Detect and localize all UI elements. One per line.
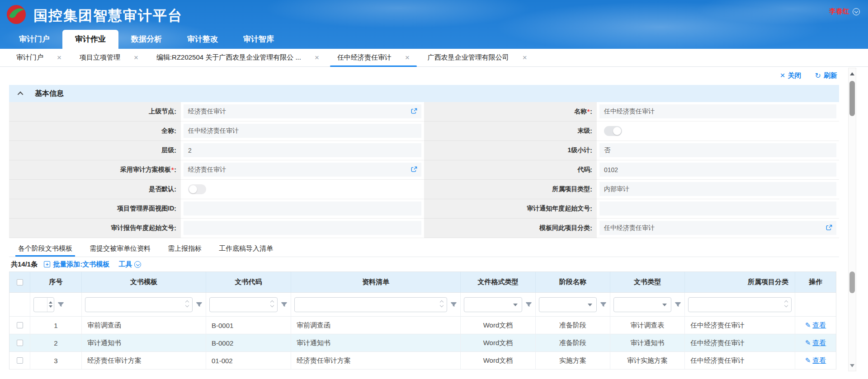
chevron-down-icon xyxy=(853,8,860,15)
page-tab-incumbent-audit[interactable]: 任中经济责任审计 xyxy=(328,49,419,66)
field-label-code: 代码 xyxy=(424,160,597,180)
external-link-icon[interactable] xyxy=(411,108,417,114)
column-header-doc-code[interactable]: 文书代码 xyxy=(206,272,291,293)
column-header-doc-type[interactable]: 文书类型 xyxy=(610,272,685,293)
field-value-input[interactable]: 2 xyxy=(184,143,421,157)
tab-close-icon[interactable] xyxy=(57,54,61,61)
table-row[interactable]: 3 经济责任审计方案 01-002 经济责任审计方案 Word文档 实施方案 审… xyxy=(9,352,836,370)
external-link-icon[interactable] xyxy=(411,166,417,173)
filter-funnel-icon[interactable] xyxy=(57,301,64,308)
external-link-icon[interactable] xyxy=(826,225,832,231)
seq-filter-input[interactable] xyxy=(33,297,54,312)
detail-tabs: 各个阶段文书模板 需提交被审单位资料 需上报指标 工作底稿导入清单 xyxy=(9,241,839,257)
default-toggle[interactable] xyxy=(188,184,206,194)
tab-close-icon[interactable] xyxy=(405,54,410,61)
row-checkbox[interactable] xyxy=(17,340,23,346)
tab-label: 审计门户 xyxy=(16,53,43,62)
field-value-input[interactable]: 任中经济责任审计 xyxy=(184,124,421,138)
column-header-material-list[interactable]: 资料清单 xyxy=(291,272,461,293)
field-value-input[interactable] xyxy=(184,221,421,235)
project-category-filter-input[interactable] xyxy=(688,297,792,312)
field-value-picker[interactable]: 经济责任审计 xyxy=(184,104,421,118)
tab-workpaper-import[interactable]: 工作底稿导入清单 xyxy=(219,241,273,257)
field-value-input[interactable]: 0102 xyxy=(599,163,836,177)
page-tab-project-setup[interactable]: 项目立项管理 xyxy=(71,49,147,66)
doc-code-filter-input[interactable] xyxy=(209,297,278,312)
column-header-doc-template[interactable]: 文书模板 xyxy=(82,272,206,293)
table-row[interactable]: 2 审计通知书 B-0002 审计通知书 Word文档 准备阶段 审计通知书 任… xyxy=(9,334,836,352)
view-link[interactable]: 查看 xyxy=(805,321,826,330)
row-checkbox[interactable] xyxy=(17,357,23,364)
field-value-input[interactable]: 否 xyxy=(599,143,836,157)
tab-stage-doc-templates[interactable]: 各个阶段文书模板 xyxy=(18,241,72,257)
table-row[interactable]: 1 审前调查函 B-0001 审前调查函 Word文档 准备阶段 审计调查表 任… xyxy=(9,317,836,334)
leaf-toggle[interactable] xyxy=(604,126,622,136)
tab-report-indicators[interactable]: 需上报指标 xyxy=(168,241,202,257)
tab-close-icon[interactable] xyxy=(315,54,319,61)
select-all-checkbox[interactable] xyxy=(17,279,23,285)
filter-funnel-icon[interactable] xyxy=(525,301,532,308)
filter-cell-stage xyxy=(536,293,610,317)
cell-actions: 查看 xyxy=(795,352,836,370)
field-value-input[interactable] xyxy=(599,201,836,215)
page-tab-edit-rz202504[interactable]: 编辑:RZ202504 关于广西农垦企业管理有限公 ... xyxy=(147,49,328,66)
doc-template-filter-input[interactable] xyxy=(85,297,193,312)
nav-item-audit-library[interactable]: 审计智库 xyxy=(231,30,287,49)
column-header-seq[interactable]: 序号 xyxy=(30,272,82,293)
batch-add-button[interactable]: 批量添加:文书模板 xyxy=(44,260,109,269)
column-header-stage[interactable]: 阶段名称 xyxy=(536,272,610,293)
page-tab-guangxi-company[interactable]: 广西农垦企业管理有限公司 xyxy=(419,49,536,66)
nav-item-audit-portal[interactable]: 审计门户 xyxy=(6,30,62,49)
field-is-default xyxy=(181,180,424,199)
user-menu[interactable]: 李春红 xyxy=(829,7,860,16)
field-label-plan-template: 采用审计方案模板 xyxy=(9,160,181,180)
tab-close-icon[interactable] xyxy=(134,54,138,61)
nav-item-audit-rectify[interactable]: 审计整改 xyxy=(175,30,231,49)
app-header: 国控集团智慧审计平台 李春红 审计门户 审计作业 数据分析 审计整改 审计智库 xyxy=(0,0,868,49)
scrollbar-thumb-inner[interactable] xyxy=(849,271,855,293)
record-count: 共14/1条 xyxy=(11,260,38,269)
field-value-picker[interactable]: 经济责任审计 xyxy=(184,163,421,177)
row-checkbox[interactable] xyxy=(17,322,23,328)
field-value-picker[interactable]: 任中经济责任审计 xyxy=(599,221,836,235)
filter-cell-material-list xyxy=(291,293,461,317)
filter-funnel-icon[interactable] xyxy=(675,301,681,308)
file-format-filter-select[interactable] xyxy=(464,297,522,312)
tools-button[interactable]: 工具 xyxy=(118,260,141,269)
page-tab-audit-portal[interactable]: 审计门户 xyxy=(7,49,71,66)
refresh-button[interactable]: 刷新 xyxy=(815,71,837,80)
doc-type-filter-select[interactable] xyxy=(613,297,671,312)
number-spinner[interactable] xyxy=(47,298,54,312)
view-link[interactable]: 查看 xyxy=(805,339,826,347)
tab-close-icon[interactable] xyxy=(523,54,527,61)
column-header-file-format[interactable]: 文件格式类型 xyxy=(461,272,536,293)
filter-funnel-icon[interactable] xyxy=(450,301,457,308)
filter-funnel-icon[interactable] xyxy=(196,301,203,308)
stage-filter-select[interactable] xyxy=(539,297,597,312)
scrollbar-thumb[interactable] xyxy=(849,81,855,116)
column-header-project-category[interactable]: 所属项目分类 xyxy=(685,272,795,293)
field-value-input[interactable]: 内部审计 xyxy=(599,182,836,196)
nav-item-audit-work[interactable]: 审计作业 xyxy=(62,30,118,49)
scroll-down-icon[interactable] xyxy=(849,362,856,369)
tab-label: 任中经济责任审计 xyxy=(337,53,392,62)
cell-doc-type: 审计通知书 xyxy=(610,334,685,352)
cell-material-list: 审计通知书 xyxy=(291,334,461,352)
nav-item-data-analysis[interactable]: 数据分析 xyxy=(118,30,175,49)
filter-funnel-icon[interactable] xyxy=(281,301,288,308)
tab-required-materials[interactable]: 需提交被审单位资料 xyxy=(90,241,151,257)
close-button[interactable]: 关闭 xyxy=(780,70,801,80)
view-link[interactable]: 查看 xyxy=(805,356,826,365)
app-logo-icon xyxy=(6,5,26,24)
vertical-scrollbar[interactable] xyxy=(848,68,856,371)
basic-info-section-header[interactable]: 基本信息 xyxy=(9,85,839,102)
scroll-up-icon[interactable] xyxy=(849,70,856,77)
filter-funnel-icon[interactable] xyxy=(600,301,607,308)
grid-toolbar: 共14/1条 批量添加:文书模板 工具 xyxy=(9,257,839,271)
field-value-input[interactable]: 任中经济责任审计 xyxy=(599,104,836,118)
data-grid: 序号 文书模板 文书代码 资料清单 文件格式类型 阶段名称 文书类型 所属项目分… xyxy=(9,271,836,370)
material-list-filter-input[interactable] xyxy=(294,297,447,312)
grid-header-row: 序号 文书模板 文书代码 资料清单 文件格式类型 阶段名称 文书类型 所属项目分… xyxy=(9,272,836,293)
field-value-input[interactable] xyxy=(184,201,421,215)
collapse-chevron-icon[interactable] xyxy=(18,91,24,97)
